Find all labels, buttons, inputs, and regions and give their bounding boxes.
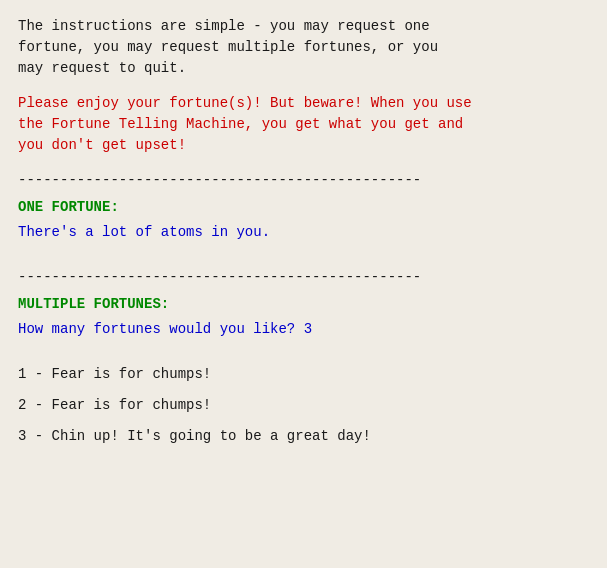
multiple-fortunes-header: MULTIPLE FORTUNES: <box>18 294 589 315</box>
fortune-item-1: 1 - Fear is for chumps! <box>18 364 589 385</box>
one-fortune-section: ONE FORTUNE: There's a lot of atoms in y… <box>18 197 589 243</box>
spacer-1 <box>18 253 589 267</box>
enjoy-block: Please enjoy your fortune(s)! But beware… <box>18 93 589 156</box>
intro-block: The instructions are simple - you may re… <box>18 16 589 79</box>
enjoy-line-1: Please enjoy your fortune(s)! But beware… <box>18 93 589 114</box>
one-fortune-header: ONE FORTUNE: <box>18 197 589 218</box>
one-fortune-text: There's a lot of atoms in you. <box>18 222 589 243</box>
fortune-item-3: 3 - Chin up! It's going to be a great da… <box>18 426 589 447</box>
divider-2: ----------------------------------------… <box>18 267 589 288</box>
main-content: The instructions are simple - you may re… <box>18 16 589 447</box>
intro-line-2: fortune, you may request multiple fortun… <box>18 37 589 58</box>
enjoy-line-2: the Fortune Telling Machine, you get wha… <box>18 114 589 135</box>
multiple-fortunes-section: MULTIPLE FORTUNES: How many fortunes wou… <box>18 294 589 340</box>
divider-1: ----------------------------------------… <box>18 170 589 191</box>
intro-line-1: The instructions are simple - you may re… <box>18 16 589 37</box>
intro-line-3: may request to quit. <box>18 58 589 79</box>
fortune-item-2: 2 - Fear is for chumps! <box>18 395 589 416</box>
spacer-2 <box>18 350 589 364</box>
enjoy-line-3: you don't get upset! <box>18 135 589 156</box>
multiple-fortunes-prompt: How many fortunes would you like? 3 <box>18 319 589 340</box>
